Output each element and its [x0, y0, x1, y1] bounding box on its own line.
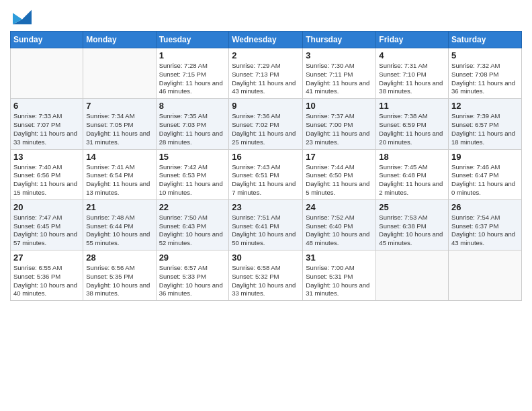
calendar-table: SundayMondayTuesdayWednesdayThursdayFrid… [10, 31, 522, 301]
day-number: 28 [86, 253, 152, 263]
logo-icon [13, 7, 32, 26]
calendar-cell: 12Sunrise: 7:39 AMSunset: 6:57 PMDayligh… [449, 99, 522, 149]
day-of-week-header: Friday [376, 32, 449, 48]
calendar-cell: 8Sunrise: 7:35 AMSunset: 7:03 PMDaylight… [156, 99, 229, 149]
day-number: 14 [86, 152, 152, 162]
day-number: 10 [306, 101, 373, 111]
day-of-week-header: Monday [83, 32, 156, 48]
calendar-cell: 9Sunrise: 7:36 AMSunset: 7:02 PMDaylight… [229, 99, 303, 149]
day-info: Sunrise: 7:30 AMSunset: 7:11 PMDaylight:… [306, 62, 373, 96]
day-info: Sunrise: 7:43 AMSunset: 6:51 PMDaylight:… [232, 163, 300, 197]
calendar-cell: 28Sunrise: 6:56 AMSunset: 5:35 PMDayligh… [83, 250, 156, 301]
calendar-cell: 24Sunrise: 7:52 AMSunset: 6:40 PMDayligh… [303, 199, 376, 250]
day-number: 15 [159, 152, 226, 162]
day-number: 21 [86, 202, 152, 212]
header [10, 7, 522, 26]
day-info: Sunrise: 7:34 AMSunset: 7:05 PMDaylight:… [86, 112, 152, 146]
calendar-cell: 4Sunrise: 7:31 AMSunset: 7:10 PMDaylight… [376, 48, 449, 99]
day-number: 29 [159, 253, 226, 263]
day-number: 13 [13, 152, 80, 162]
calendar-cell [449, 250, 522, 301]
day-info: Sunrise: 7:44 AMSunset: 6:50 PMDaylight:… [306, 163, 373, 197]
day-of-week-header: Sunday [11, 32, 83, 48]
day-info: Sunrise: 7:46 AMSunset: 6:47 PMDaylight:… [451, 163, 519, 197]
day-number: 17 [306, 152, 373, 162]
day-number: 22 [159, 202, 226, 212]
calendar-week-row: 20Sunrise: 7:47 AMSunset: 6:45 PMDayligh… [11, 199, 522, 250]
day-number: 7 [86, 101, 152, 111]
day-info: Sunrise: 6:56 AMSunset: 5:35 PMDaylight:… [86, 264, 152, 298]
calendar-cell: 3Sunrise: 7:30 AMSunset: 7:11 PMDaylight… [303, 48, 376, 99]
day-number: 30 [232, 253, 300, 263]
day-info: Sunrise: 7:36 AMSunset: 7:02 PMDaylight:… [232, 112, 300, 146]
calendar-cell: 2Sunrise: 7:29 AMSunset: 7:13 PMDaylight… [229, 48, 303, 99]
calendar-cell: 27Sunrise: 6:55 AMSunset: 5:36 PMDayligh… [11, 250, 83, 301]
calendar-cell: 26Sunrise: 7:54 AMSunset: 6:37 PMDayligh… [449, 199, 522, 250]
calendar-week-row: 27Sunrise: 6:55 AMSunset: 5:36 PMDayligh… [11, 250, 522, 301]
day-number: 24 [306, 202, 373, 212]
day-info: Sunrise: 6:58 AMSunset: 5:32 PMDaylight:… [232, 264, 300, 298]
day-number: 9 [232, 101, 300, 111]
logo [10, 7, 32, 26]
calendar-cell [11, 48, 83, 99]
calendar-cell: 31Sunrise: 7:00 AMSunset: 5:31 PMDayligh… [303, 250, 376, 301]
day-info: Sunrise: 6:57 AMSunset: 5:33 PMDaylight:… [159, 264, 226, 298]
day-number: 31 [306, 253, 373, 263]
day-number: 23 [232, 202, 300, 212]
day-info: Sunrise: 7:54 AMSunset: 6:37 PMDaylight:… [451, 214, 519, 248]
calendar-cell: 1Sunrise: 7:28 AMSunset: 7:15 PMDaylight… [156, 48, 229, 99]
day-number: 26 [451, 202, 519, 212]
day-info: Sunrise: 7:39 AMSunset: 6:57 PMDaylight:… [451, 112, 519, 146]
day-info: Sunrise: 7:29 AMSunset: 7:13 PMDaylight:… [232, 62, 300, 96]
calendar-cell: 5Sunrise: 7:32 AMSunset: 7:08 PMDaylight… [449, 48, 522, 99]
calendar-cell: 17Sunrise: 7:44 AMSunset: 6:50 PMDayligh… [303, 149, 376, 199]
day-info: Sunrise: 7:37 AMSunset: 7:00 PMDaylight:… [306, 112, 373, 146]
day-info: Sunrise: 7:48 AMSunset: 6:44 PMDaylight:… [86, 214, 152, 248]
day-of-week-header: Wednesday [229, 32, 303, 48]
calendar-cell: 18Sunrise: 7:45 AMSunset: 6:48 PMDayligh… [376, 149, 449, 199]
calendar-header-row: SundayMondayTuesdayWednesdayThursdayFrid… [11, 32, 522, 48]
day-number: 25 [379, 202, 445, 212]
day-number: 4 [379, 50, 445, 60]
day-info: Sunrise: 7:35 AMSunset: 7:03 PMDaylight:… [159, 112, 226, 146]
day-info: Sunrise: 7:41 AMSunset: 6:54 PMDaylight:… [86, 163, 152, 197]
day-info: Sunrise: 6:55 AMSunset: 5:36 PMDaylight:… [13, 264, 80, 298]
day-info: Sunrise: 7:50 AMSunset: 6:43 PMDaylight:… [159, 214, 226, 248]
day-info: Sunrise: 7:52 AMSunset: 6:40 PMDaylight:… [306, 214, 373, 248]
calendar-cell: 21Sunrise: 7:48 AMSunset: 6:44 PMDayligh… [83, 199, 156, 250]
day-number: 5 [451, 50, 519, 60]
day-number: 6 [13, 101, 80, 111]
calendar-cell: 19Sunrise: 7:46 AMSunset: 6:47 PMDayligh… [449, 149, 522, 199]
calendar-cell: 16Sunrise: 7:43 AMSunset: 6:51 PMDayligh… [229, 149, 303, 199]
calendar-page: SundayMondayTuesdayWednesdayThursdayFrid… [0, 0, 532, 311]
day-number: 8 [159, 101, 226, 111]
calendar-cell: 6Sunrise: 7:33 AMSunset: 7:07 PMDaylight… [11, 99, 83, 149]
calendar-cell [376, 250, 449, 301]
day-info: Sunrise: 7:38 AMSunset: 6:59 PMDaylight:… [379, 112, 445, 146]
day-info: Sunrise: 7:32 AMSunset: 7:08 PMDaylight:… [451, 62, 519, 96]
day-number: 2 [232, 50, 300, 60]
day-number: 20 [13, 202, 80, 212]
day-info: Sunrise: 7:33 AMSunset: 7:07 PMDaylight:… [13, 112, 80, 146]
day-info: Sunrise: 7:28 AMSunset: 7:15 PMDaylight:… [159, 62, 226, 96]
day-info: Sunrise: 7:40 AMSunset: 6:56 PMDaylight:… [13, 163, 80, 197]
day-number: 3 [306, 50, 373, 60]
calendar-cell: 25Sunrise: 7:53 AMSunset: 6:38 PMDayligh… [376, 199, 449, 250]
day-info: Sunrise: 7:51 AMSunset: 6:41 PMDaylight:… [232, 214, 300, 248]
day-number: 27 [13, 253, 80, 263]
calendar-week-row: 13Sunrise: 7:40 AMSunset: 6:56 PMDayligh… [11, 149, 522, 199]
calendar-cell: 14Sunrise: 7:41 AMSunset: 6:54 PMDayligh… [83, 149, 156, 199]
day-info: Sunrise: 7:47 AMSunset: 6:45 PMDaylight:… [13, 214, 80, 248]
calendar-cell: 30Sunrise: 6:58 AMSunset: 5:32 PMDayligh… [229, 250, 303, 301]
calendar-cell: 23Sunrise: 7:51 AMSunset: 6:41 PMDayligh… [229, 199, 303, 250]
calendar-cell: 10Sunrise: 7:37 AMSunset: 7:00 PMDayligh… [303, 99, 376, 149]
day-number: 11 [379, 101, 445, 111]
day-number: 12 [451, 101, 519, 111]
calendar-cell: 7Sunrise: 7:34 AMSunset: 7:05 PMDaylight… [83, 99, 156, 149]
calendar-cell: 20Sunrise: 7:47 AMSunset: 6:45 PMDayligh… [11, 199, 83, 250]
calendar-cell: 29Sunrise: 6:57 AMSunset: 5:33 PMDayligh… [156, 250, 229, 301]
day-number: 19 [451, 152, 519, 162]
day-number: 16 [232, 152, 300, 162]
day-of-week-header: Tuesday [156, 32, 229, 48]
calendar-cell [83, 48, 156, 99]
